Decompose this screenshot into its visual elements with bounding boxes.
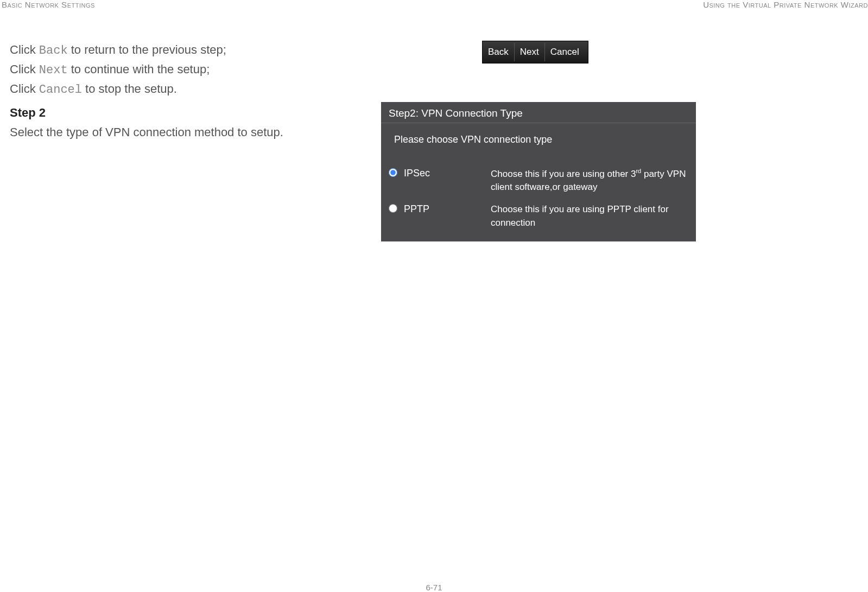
page-header-left: Basic Network Settings xyxy=(2,0,95,9)
pptp-radio[interactable] xyxy=(389,204,397,213)
radio-cell xyxy=(389,203,404,215)
page-header-right: Using the Virtual Private Network Wizard xyxy=(703,0,868,9)
text-pre: Click xyxy=(10,43,39,56)
wizard-nav-buttons: Back Next Cancel xyxy=(482,41,588,63)
desc-sup: rd xyxy=(636,168,641,174)
back-button[interactable]: Back xyxy=(483,43,515,61)
desc-pre: Choose this if you are using PPTP client… xyxy=(491,204,669,228)
desc-pre: Choose this if you are using other 3 xyxy=(491,169,636,179)
next-button[interactable]: Next xyxy=(515,43,545,61)
instruction-line-2: Click Next to continue with the setup; xyxy=(10,60,368,80)
pptp-description: Choose this if you are using PPTP client… xyxy=(491,203,688,230)
text-pre: Click xyxy=(10,82,39,96)
ipsec-description: Choose this if you are using other 3rd p… xyxy=(491,167,688,194)
panel-subtitle: Please choose VPN connection type xyxy=(381,123,696,163)
vpn-options-group: IPSec Choose this if you are using other… xyxy=(381,163,696,241)
instruction-line-1: Click Back to return to the previous ste… xyxy=(10,41,368,60)
cancel-button[interactable]: Cancel xyxy=(545,43,585,61)
back-keyword: Back xyxy=(39,44,68,58)
text-post: to return to the previous step; xyxy=(68,43,226,56)
page-footer: 6-71 xyxy=(0,583,868,592)
panel-title: Step2: VPN Connection Type xyxy=(381,102,696,123)
instruction-line-3: Click Cancel to stop the setup. xyxy=(10,80,368,99)
instructions-block: Click Back to return to the previous ste… xyxy=(10,41,368,142)
next-keyword: Next xyxy=(39,63,68,77)
pptp-label: PPTP xyxy=(404,203,491,215)
text-post: to continue with the setup; xyxy=(68,62,210,76)
text-pre: Click xyxy=(10,62,39,76)
step-description: Select the type of VPN connection method… xyxy=(10,123,368,142)
vpn-option-pptp: PPTP Choose this if you are using PPTP c… xyxy=(389,199,688,234)
text-post: to stop the setup. xyxy=(82,82,177,96)
radio-cell xyxy=(389,167,404,180)
vpn-connection-type-panel: Step2: VPN Connection Type Please choose… xyxy=(381,102,696,241)
step-heading: Step 2 xyxy=(10,104,368,122)
vpn-option-ipsec: IPSec Choose this if you are using other… xyxy=(389,163,688,199)
ipsec-radio[interactable] xyxy=(389,168,397,177)
cancel-keyword: Cancel xyxy=(39,83,82,97)
ipsec-label: IPSec xyxy=(404,167,491,179)
